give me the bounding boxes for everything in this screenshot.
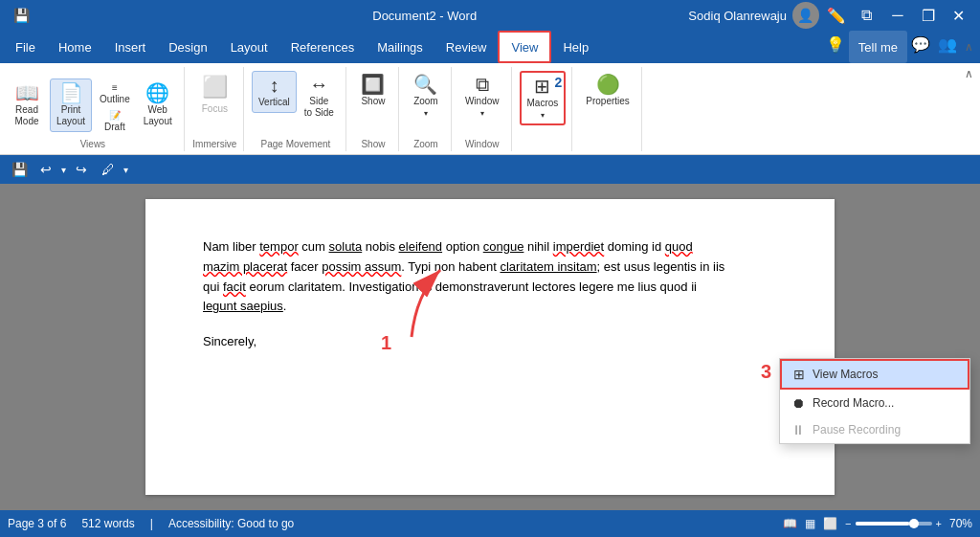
redo-btn[interactable]: ↪ [70, 158, 93, 181]
close-btn[interactable]: ✕ [946, 2, 972, 29]
menu-layout[interactable]: Layout [219, 31, 279, 63]
view-macros-item[interactable]: ⊞ View Macros [780, 359, 969, 390]
badge-2: 2 [555, 75, 563, 90]
ribbon-group-zoom: 🔍 Zoom ▾ Zoom [401, 67, 452, 151]
view-icon-read[interactable]: 📖 [783, 517, 797, 530]
outline-btn[interactable]: ≡ Outline [96, 80, 134, 106]
menu-insert[interactable]: Insert [103, 31, 158, 63]
draft-icon: 📝 [109, 110, 121, 121]
menu-review[interactable]: Review [434, 31, 499, 63]
focus-icon: ⬜ [202, 75, 228, 100]
read-mode-label: ReadMode [14, 104, 38, 127]
menu-help[interactable]: Help [551, 31, 600, 63]
accessibility-status: Accessibility: Good to go [168, 517, 294, 530]
zoom-track[interactable] [856, 522, 932, 526]
side-to-side-btn[interactable]: ↔ Sideto Side [299, 71, 340, 123]
properties-group-label [580, 149, 635, 151]
zoom-btn[interactable]: 🔍 Zoom ▾ [407, 71, 445, 122]
avatar: 👤 [792, 2, 819, 29]
pause-recording-item: ⏸ Pause Recording [780, 416, 969, 443]
focus-btn[interactable]: ⬜ Focus [192, 71, 237, 119]
outline-icon: ≡ [112, 82, 118, 93]
print-layout-label: PrintLayout [56, 104, 85, 127]
draft-label: Draft [104, 122, 125, 132]
zoom-slider[interactable]: − + [845, 518, 942, 529]
zoom-label: Zoom [413, 96, 438, 107]
draft-btn[interactable]: 📝 Draft [96, 108, 134, 134]
focus-label: Focus [202, 103, 228, 115]
pen-icon[interactable]: ✏️ [823, 2, 850, 29]
vertical-label: Vertical [258, 97, 290, 108]
print-layout-btn[interactable]: 📄 PrintLayout [50, 78, 92, 132]
save-btn[interactable]: 💾 [8, 158, 31, 181]
zoom-fill [856, 522, 909, 526]
immersive-label: Immersive [192, 139, 237, 151]
quick-access-toolbar: 💾 ↩ ▾ ↪ 🖊 ▾ [0, 155, 980, 184]
ribbon-group-views: 📖 ReadMode 📄 PrintLayout ≡ Outline 📝 Dra… [8, 67, 185, 151]
properties-label: Properties [586, 96, 630, 107]
tell-me-label: Tell me [858, 40, 898, 55]
show-btn[interactable]: 🔲 Show [354, 71, 392, 111]
page-info: Page 3 of 6 [8, 517, 66, 530]
status-bar: Page 3 of 6 512 words | Accessibility: G… [0, 510, 980, 537]
zoom-thumb[interactable] [909, 519, 919, 528]
window-btn[interactable]: ⧉ Window ▾ [459, 71, 505, 122]
pause-recording-icon: ⏸ [791, 422, 805, 437]
zoom-minus[interactable]: − [845, 518, 851, 529]
save-quick-btn[interactable]: 💾 [8, 5, 34, 26]
tell-me-input[interactable]: Tell me [849, 31, 907, 63]
word-count: 512 words [81, 517, 134, 530]
maximize-btn[interactable]: ❐ [915, 2, 942, 29]
web-layout-btn[interactable]: 🌐 WebLayout [138, 79, 178, 131]
window-icon: ⧉ [476, 75, 489, 94]
macros-group-label [520, 149, 567, 151]
pause-recording-label: Pause Recording [813, 423, 901, 436]
window-arrow: ▾ [480, 109, 484, 118]
record-macro-label: Record Macro... [813, 396, 894, 410]
view-macros-label: View Macros [813, 368, 878, 381]
read-mode-btn[interactable]: 📖 ReadMode [8, 79, 46, 131]
read-mode-icon: 📖 [15, 83, 39, 102]
view-icon-web[interactable]: ⬜ [823, 517, 837, 530]
menu-file[interactable]: File [4, 31, 47, 63]
vertical-btn[interactable]: ↕ Vertical [252, 71, 297, 113]
menu-view[interactable]: View [498, 31, 551, 63]
ribbon-group-macros: ⊞ Macros ▾ 2 [514, 67, 573, 151]
undo-dropdown[interactable]: ▾ [61, 165, 66, 175]
record-macro-item[interactable]: ⏺ Record Macro... [780, 390, 969, 416]
macros-btn[interactable]: ⊞ Macros ▾ 2 [520, 71, 567, 125]
ribbon-collapse-right-btn[interactable]: ∧ [961, 67, 976, 80]
ribbon: 📖 ReadMode 📄 PrintLayout ≡ Outline 📝 Dra… [0, 63, 980, 155]
undo-btn[interactable]: ↩ [34, 158, 57, 181]
comment-icon[interactable]: 💬 [907, 31, 934, 57]
format-painter-btn[interactable]: 🖊 [97, 158, 120, 181]
macros-dropdown-menu: ⊞ View Macros ⏺ Record Macro... ⏸ Pause … [779, 358, 970, 444]
zoom-level: 70% [949, 517, 972, 530]
views-label: Views [8, 139, 178, 151]
vertical-icon: ↕ [269, 76, 278, 95]
menu-mailings[interactable]: Mailings [366, 31, 434, 63]
properties-btn[interactable]: 🟢 Properties [580, 71, 635, 111]
menu-home[interactable]: Home [47, 31, 103, 63]
view-icon-print[interactable]: ▦ [805, 517, 815, 530]
lightbulb-icon[interactable]: 💡 [822, 31, 849, 57]
minimize-btn[interactable]: ─ [884, 2, 911, 29]
share-icon[interactable]: 👥 [934, 31, 961, 57]
side-to-side-label: Sideto Side [304, 96, 334, 119]
page-movement-label: Page Movement [252, 139, 340, 151]
user-profile: Sodiq Olanrewaju 👤 [688, 2, 819, 29]
menu-references[interactable]: References [279, 31, 366, 63]
annotation-num-1: 1 [381, 332, 391, 354]
ribbon-collapse-btn[interactable]: ∧ [961, 31, 976, 63]
qat-more-btn[interactable]: ▾ [123, 165, 128, 175]
menu-bar: File Home Insert Design Layout Reference… [0, 31, 980, 63]
zoom-plus[interactable]: + [936, 518, 942, 529]
menu-design[interactable]: Design [157, 31, 218, 63]
username: Sodiq Olanrewaju [688, 9, 787, 23]
web-layout-icon: 🌐 [145, 83, 169, 102]
macros-icon: ⊞ [534, 77, 550, 96]
restore-window-icon[interactable]: ⧉ [854, 2, 880, 29]
annotation-num-3: 3 [761, 361, 771, 383]
view-macros-icon: ⊞ [793, 367, 805, 382]
zoom-arrow: ▾ [424, 109, 428, 118]
